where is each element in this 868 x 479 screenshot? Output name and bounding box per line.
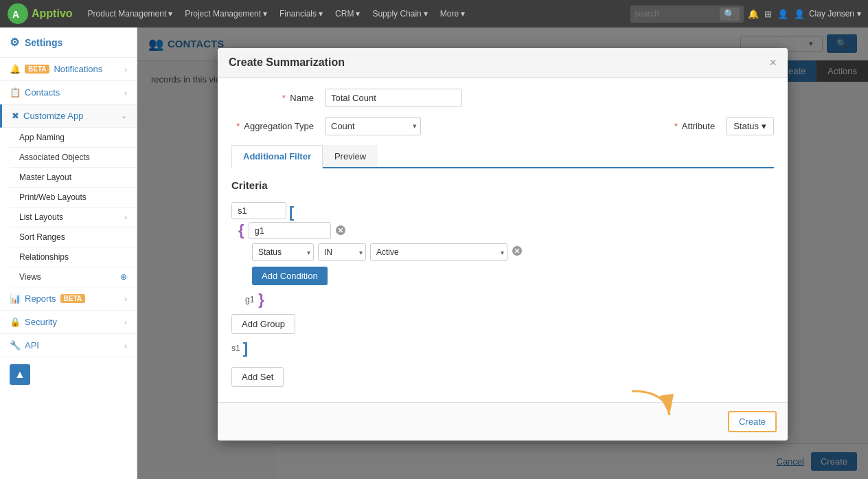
api-label: API [25,340,39,350]
footer-create-button[interactable]: Create [728,411,777,432]
sidebar-item-sort-ranges[interactable]: Sort Ranges [10,227,137,247]
sidebar-item-contacts[interactable]: 📋 Contacts › [0,81,137,104]
user-menu[interactable]: Clay Jensen ▾ [809,9,861,19]
logo-text: Apptivo [32,8,73,20]
customize-label: Customize App [23,111,83,121]
contact-icon[interactable]: 👤 [777,9,788,19]
reports-icon: 📊 [10,293,21,304]
operator-select[interactable]: IN [318,243,366,261]
set-close-bracket: ] [243,339,248,357]
sidebar-item-app-naming[interactable]: App Naming [10,128,137,148]
set-block: [ { [231,199,774,387]
attribute-label: * Attribute [660,121,715,131]
group-block: { [238,221,523,309]
nav-more[interactable]: More ▾ [436,9,469,19]
chevron-right-icon-2: › [124,89,127,97]
name-row: * Name [231,89,774,107]
grid-icon[interactable]: ⊞ [764,9,772,19]
remove-condition-button[interactable] [512,245,523,259]
sidebar-item-api[interactable]: 🔧 API › [0,334,137,357]
security-arrow: › [124,318,127,326]
arrow-indicator [625,388,680,422]
tab-additional-filter[interactable]: Additional Filter [231,145,323,168]
add-set-button[interactable]: Add Set [231,367,284,387]
nav-project-management[interactable]: Project Management ▾ [181,9,271,19]
user-icon[interactable]: 👤 [794,9,805,19]
scroll-up-button[interactable]: ▲ [10,364,30,385]
sidebar-item-relationships[interactable]: Relationships [10,247,137,267]
add-condition-wrapper: Add Condition [252,267,523,285]
notifications-badge: BETA [25,65,49,74]
set-close-label: s1 [231,344,240,353]
aggregation-select-wrapper: Count ▾ [325,117,421,135]
set-label-input[interactable] [231,202,286,219]
bell-nav-icon: 🔔 [10,64,21,74]
bell-icon[interactable]: 🔔 [748,9,759,19]
api-arrow: › [124,342,127,350]
value-select-wrapper: Active ▾ [370,243,507,261]
criteria-section: Criteria [ [231,179,774,387]
sidebar-item-reports[interactable]: 📊 Reports BETA › [0,287,137,311]
sidebar: ⚙ Settings 🔔 BETA Notifications › 📋 Cont… [0,27,137,479]
reports-arrow: › [124,295,127,303]
search-button[interactable]: 🔍 [720,8,740,21]
user-name: Clay Jensen [809,9,854,19]
set-open-row: [ [231,199,294,221]
reports-badge: BETA [60,294,85,303]
attribute-button[interactable]: Status ▾ [726,117,774,135]
aggregation-row: * Aggregation Type Count ▾ * Attr [231,117,774,135]
name-input[interactable] [325,89,462,107]
criteria-title: Criteria [231,179,774,191]
search-input[interactable] [635,9,717,19]
reports-label: Reports [25,293,56,304]
condition-remove-icon [512,245,523,256]
circle-x-icon [335,225,346,236]
modal-close-button[interactable]: × [769,56,777,69]
group-close-brace: } [258,291,264,309]
svg-text:A: A [12,9,19,20]
sidebar-header: ⚙ Settings [0,27,137,58]
settings-label: Settings [25,37,62,48]
sidebar-item-master-layout[interactable]: Master Layout [10,168,137,188]
value-select[interactable]: Active [370,243,507,261]
customize-icon: ✖ [12,111,19,121]
field-select[interactable]: Status [252,243,314,261]
nav-product-management[interactable]: Product Management ▾ [84,9,177,19]
add-condition-button[interactable]: Add Condition [252,267,328,285]
search-box: 🔍 [630,5,744,23]
logo[interactable]: A Apptivo [7,3,73,25]
sidebar-item-print-web-layouts[interactable]: Print/Web Layouts [10,188,137,208]
modal-footer: Create [218,402,788,441]
group-close-label: g1 [245,295,254,304]
settings-icon: ⚙ [10,36,19,49]
tabs-row: Additional Filter Preview [231,145,774,168]
remove-group-button[interactable] [335,225,346,236]
nav-supply-chain[interactable]: Supply Chain ▾ [368,9,431,19]
add-set-wrapper: Add Set [231,367,284,387]
required-star-agg: * [236,121,240,131]
sidebar-item-security[interactable]: 🔒 Security › [0,311,137,334]
field-select-wrapper: Status ▾ [252,243,314,261]
sidebar-item-list-layouts[interactable]: List Layouts › [10,208,137,227]
attribute-select-wrapper: Status ▾ [726,117,774,135]
create-summarization-modal: Create Summarization × * Name [218,48,788,441]
group-header: { [238,221,523,239]
required-star-attr: * [674,121,678,131]
nav-financials[interactable]: Financials ▾ [275,9,327,19]
group-label-input[interactable] [249,222,331,239]
sidebar-item-notifications[interactable]: 🔔 BETA Notifications › [0,58,137,81]
security-label: Security [25,317,57,327]
modal-title: Create Summarization [229,56,345,69]
add-group-wrapper: Add Group [231,314,295,334]
group-close: g1 } [245,291,523,309]
aggregation-select[interactable]: Count [325,117,421,135]
tab-preview[interactable]: Preview [323,145,378,167]
sidebar-item-associated-objects[interactable]: Associated Objects [10,148,137,168]
modal-overlay: Create Summarization × * Name [137,27,868,479]
contacts-label: Contacts [25,87,60,98]
api-icon: 🔧 [10,340,21,350]
sidebar-item-views[interactable]: Views ⊕ [10,267,137,287]
nav-crm[interactable]: CRM ▾ [331,9,364,19]
add-group-button[interactable]: Add Group [231,314,295,334]
sidebar-item-customize[interactable]: ✖ Customize App ⌄ [0,104,137,128]
